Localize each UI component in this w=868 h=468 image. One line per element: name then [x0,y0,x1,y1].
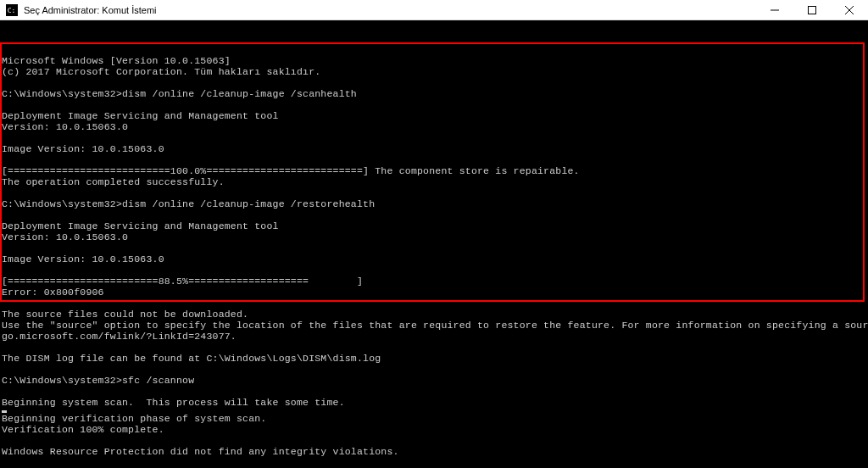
terminal-line: Beginning system scan. This process will… [2,397,866,408]
terminal-line: The source files could not be downloaded… [2,309,866,320]
terminal-output[interactable]: Microsoft Windows [Version 10.0.15063](c… [0,20,868,468]
window-title: Seç Administrator: Komut İstemi [24,5,756,15]
terminal-line: Version: 10.0.15063.0 [2,231,866,242]
maximize-button[interactable] [793,0,831,20]
terminal-line: Verification 100% complete. [2,424,866,435]
terminal-line [2,364,866,375]
terminal-line: Beginning verification phase of system s… [2,413,866,424]
terminal-line: Error: 0x800f0906 [2,287,866,298]
terminal-line [2,342,866,353]
terminal-line [2,187,866,198]
terminal-line: Windows Resource Protection did not find… [2,446,866,457]
terminal-line: Deployment Image Servicing and Managemen… [2,220,866,231]
app-window: C: Seç Administrator: Komut İstemi Micro… [0,0,868,468]
terminal-line [2,99,866,110]
terminal-line [2,242,866,254]
terminal-line [2,298,866,309]
terminal-line: Version: 10.0.15063.0 [2,121,866,132]
terminal-line: Use the "source" option to specify the l… [2,320,866,331]
svg-text:C:: C: [8,6,15,14]
terminal-line: C:\Windows\system32>dism /online /cleanu… [2,88,866,99]
terminal-line: (c) 2017 Microsoft Corporation. Tüm hakl… [2,66,866,77]
terminal-line: go.microsoft.com/fwlink/?LinkId=243077. [2,331,866,342]
terminal-line: [=========================88.5%=========… [2,276,866,287]
terminal-line [2,209,866,220]
terminal-line: Image Version: 10.0.15063.0 [2,254,866,265]
terminal-line [2,132,866,143]
close-button[interactable] [831,0,868,20]
terminal-line: C:\Windows\system32>sfc /scannow [2,375,866,386]
terminal-line: The operation completed successfully. [2,176,866,187]
terminal-line [2,265,866,276]
window-controls [756,0,868,20]
cmd-icon: C: [5,3,19,17]
terminal-line: The DISM log file can be found at C:\Win… [2,353,866,364]
svg-rect-3 [809,6,816,14]
terminal-line: Deployment Image Servicing and Managemen… [2,110,866,121]
terminal-line: Microsoft Windows [Version 10.0.15063] [2,55,866,66]
terminal-line [2,435,866,446]
terminal-line: [===========================100.0%======… [2,165,866,176]
terminal-line: C:\Windows\system32>dism /online /cleanu… [2,198,866,209]
terminal-line: Image Version: 10.0.15063.0 [2,143,866,154]
terminal-line [2,77,866,88]
terminal-line [2,386,866,397]
terminal-line [2,154,866,165]
titlebar[interactable]: C: Seç Administrator: Komut İstemi [0,0,868,20]
terminal-line [2,457,866,468]
minimize-button[interactable] [756,0,793,20]
